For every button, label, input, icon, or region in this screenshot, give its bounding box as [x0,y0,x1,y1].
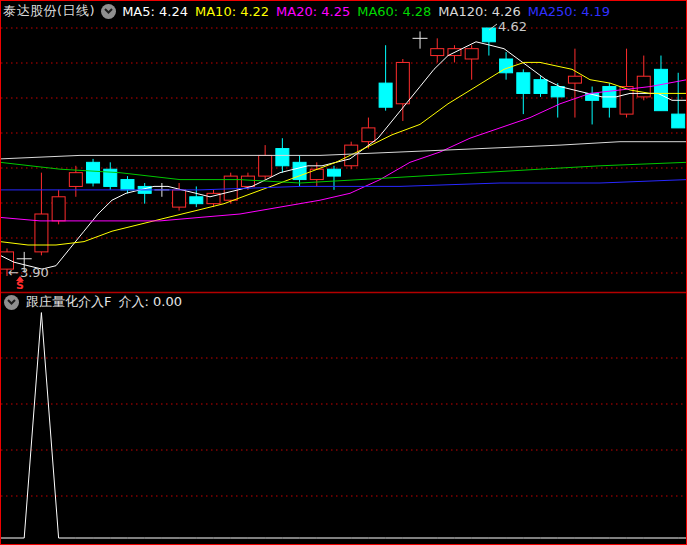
ma-label-3: MA60: 4.28 [357,4,431,19]
ma-label-5: MA250: 4.19 [528,4,610,19]
indicator-panel-header: 跟庄量化介入F 介入: 0.00 [4,294,182,310]
main-chart-header: 泰达股份(日线) MA5: 4.24MA10: 4.22MA20: 4.25MA… [3,2,610,20]
chevron-down-icon[interactable] [101,4,116,19]
ma-label-0: MA5: 4.24 [122,4,188,19]
ma-label-4: MA120: 4.26 [438,4,520,19]
indicator-title: 跟庄量化介入F [26,293,111,311]
ma-indicator-values: MA5: 4.24MA10: 4.22MA20: 4.25MA60: 4.28M… [122,4,610,19]
chevron-down-icon[interactable] [4,295,19,310]
chart-canvas[interactable] [0,0,687,545]
stock-title: 泰达股份(日线) [3,2,95,20]
ma-label-2: MA20: 4.25 [276,4,350,19]
stock-chart-window: 泰达股份(日线) MA5: 4.24MA10: 4.22MA20: 4.25MA… [0,0,687,545]
low-price-label: ←3.90 [8,266,49,279]
ma-label-1: MA10: 4.22 [195,4,269,19]
high-price-label: 4.62 [498,20,527,33]
indicator-value: 介入: 0.00 [118,293,181,311]
sell-marker: S [16,276,24,290]
